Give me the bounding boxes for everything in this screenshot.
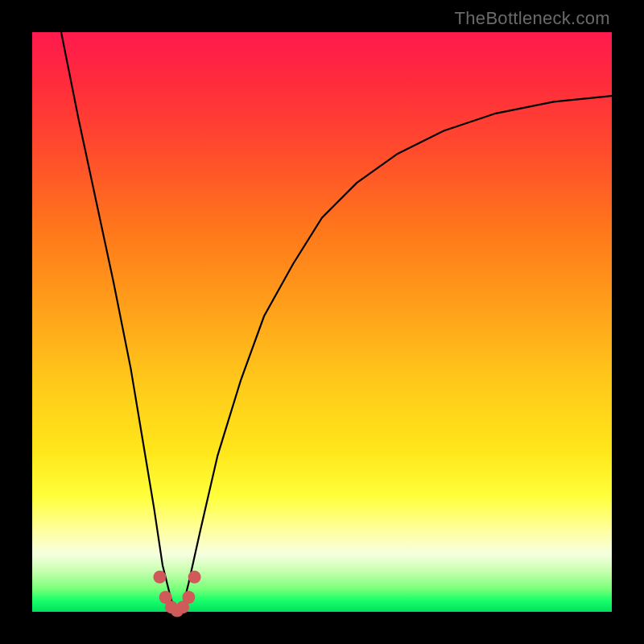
curve-layer bbox=[32, 32, 612, 612]
highlight-dots-group bbox=[153, 571, 200, 617]
highlight-dot bbox=[188, 571, 201, 584]
plot-area bbox=[32, 32, 612, 612]
watermark-text: TheBottleneck.com bbox=[455, 8, 610, 29]
highlight-dot bbox=[182, 591, 195, 604]
highlight-dot bbox=[153, 571, 166, 584]
chart-frame: TheBottleneck.com bbox=[0, 0, 644, 644]
bottleneck-curve bbox=[61, 32, 612, 612]
